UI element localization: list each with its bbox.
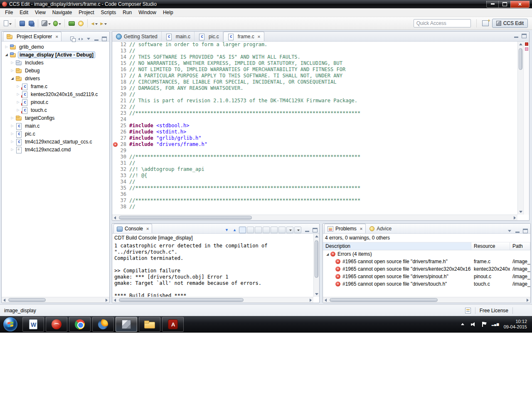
minimize-icon[interactable] [305,228,310,232]
tree-expand-icon[interactable]: ▷ [9,124,15,128]
menu-file[interactable]: File [2,8,16,17]
tree-item[interactable]: ▷kentec320x240x16_ssd2119.c [2,90,109,98]
tree-item[interactable]: ◢drivers [2,74,109,82]
menu-help[interactable]: Help [160,8,177,17]
console-hscrollbar[interactable] [112,297,313,303]
errors-group-row[interactable]: ◢ × Errors (4 items) [323,250,530,258]
debug-button[interactable] [52,18,62,28]
console-vscroll-thumb[interactable] [315,240,318,278]
pin-console-icon[interactable] [286,227,293,233]
tree-item[interactable]: ▷targetConfigs [2,114,109,122]
start-button[interactable] [3,317,17,331]
show-console-icon[interactable] [239,227,246,233]
editor-vscroll-thumb[interactable] [519,48,522,70]
explorer-hscroll-thumb[interactable] [8,298,46,302]
build-button[interactable] [41,18,52,28]
minimize-button[interactable] [486,1,499,8]
console-view-menu-icon[interactable] [294,227,301,233]
new-wizard-button[interactable] [3,18,12,28]
problems-hscroll-thumb[interactable] [330,298,438,302]
network-icon[interactable]: ▂▄▆ [492,321,498,328]
clear-console-icon[interactable] [263,227,270,233]
red-app-taskbar-button[interactable] [46,317,67,332]
action-center-icon[interactable] [481,321,488,328]
tree-item[interactable]: ▷pinout.c [2,98,109,106]
close-view-icon[interactable]: × [55,35,58,39]
volume-icon[interactable] [470,321,477,328]
column-path[interactable]: Path [510,242,530,250]
menu-run[interactable]: Run [119,8,135,17]
explorer-hscrollbar[interactable] [2,297,109,303]
close-tab-icon[interactable]: × [258,35,260,39]
tree-expand-icon[interactable]: ▷ [9,116,15,120]
editor-overview-ruler[interactable] [523,42,529,215]
code-editor-area[interactable]: 12// software in order to form a larger … [112,42,517,215]
menu-view[interactable]: View [32,8,49,17]
tree-item[interactable]: ◢image_display [Active - Debug] [2,51,109,59]
project-tree[interactable]: ▷grlib_demo◢image_display [Active - Debu… [2,42,109,153]
menu-edit[interactable]: Edit [16,8,32,17]
annotation-overview-marker[interactable] [525,47,528,51]
tree-item[interactable]: ▷Includes [2,59,109,67]
menu-window[interactable]: Window [135,8,160,17]
column-resource[interactable]: Resource [471,242,510,250]
console-output[interactable]: 1 catastrophic error detected in the com… [112,242,319,299]
problem-row[interactable]: ×#1965 cannot open source file "drivers/… [323,280,530,288]
word-wrap-icon[interactable] [278,227,286,233]
link-with-editor-icon[interactable] [78,37,83,41]
tree-item[interactable]: ▷touch.c [2,106,109,114]
tree-item[interactable]: ▷Debug [2,67,109,74]
tree-expand-icon[interactable]: ▷ [3,45,10,49]
collapse-all-icon[interactable] [70,37,75,41]
editor-tab-main-c[interactable]: main.c [162,32,195,41]
tree-item[interactable]: ▷pic.c [2,130,109,138]
tray-expand-icon[interactable] [459,321,466,328]
maximize-icon[interactable] [523,229,528,233]
console-vscrollbar[interactable] [313,234,319,297]
save-button[interactable] [18,18,26,28]
close-problems-icon[interactable]: × [360,227,362,231]
quick-access-input[interactable] [414,19,471,27]
forward-button[interactable]: ▸ [99,18,108,28]
minimize-icon[interactable] [514,34,519,38]
menu-navigate[interactable]: Navigate [49,8,75,17]
minimize-icon[interactable] [94,37,99,41]
new-target-config-button[interactable] [67,18,76,28]
tree-expand-icon[interactable]: ▷ [9,148,15,151]
ccs-cube-taskbar-button[interactable] [116,317,137,332]
tree-expand-icon[interactable]: ▷ [9,61,15,64]
tree-collapse-icon[interactable]: ◢ [3,53,10,57]
editor-hscroll-thumb[interactable] [119,216,252,220]
tree-expand-icon[interactable]: ▷ [15,100,21,104]
tree-expand-icon[interactable]: ▷ [15,108,21,112]
tab-advice[interactable]: Advice [366,224,395,233]
firefox-taskbar-button[interactable] [92,317,114,332]
editor-tab-getting-started[interactable]: Getting Started [112,32,162,41]
view-menu-icon[interactable] [86,37,91,41]
tree-item[interactable]: ▷tm4c129xnczad.cmd [2,146,109,153]
open-perspective-icon[interactable] [482,20,489,26]
next-error-icon[interactable]: ▼ [223,227,230,233]
adobe-reader-taskbar-button[interactable] [162,317,184,332]
menu-project[interactable]: Project [75,8,97,17]
maximize-icon[interactable] [313,228,318,232]
tree-expand-icon[interactable]: ▷ [15,92,21,96]
minimize-icon[interactable] [515,229,520,233]
tree-item[interactable]: ▷tm4c129xnczad_startup_ccs.c [2,138,109,146]
problems-hscrollbar[interactable] [323,297,530,303]
tree-expand-icon[interactable]: ▷ [9,132,15,136]
word-taskbar-button[interactable] [22,317,44,332]
error-overview-marker[interactable] [525,42,528,46]
tab-project-explorer[interactable]: Project Explorer × [3,32,62,41]
view-menu-icon[interactable] [507,229,512,233]
editor-tab-frame-c[interactable]: frame.c× [223,32,264,41]
explorer-taskbar-button[interactable] [139,317,160,332]
tab-problems[interactable]: Problems × [324,224,366,233]
menu-scripts[interactable]: Scripts [98,8,120,17]
problem-row[interactable]: ×#1965 cannot open source file "drivers/… [323,273,530,280]
tree-expand-icon[interactable]: ▷ [15,84,21,88]
maximize-icon[interactable] [522,34,527,38]
collapse-group-icon[interactable]: ◢ [325,252,330,256]
editor-tab-pic-c[interactable]: pic.c [195,32,223,41]
chrome-taskbar-button[interactable] [69,317,91,332]
